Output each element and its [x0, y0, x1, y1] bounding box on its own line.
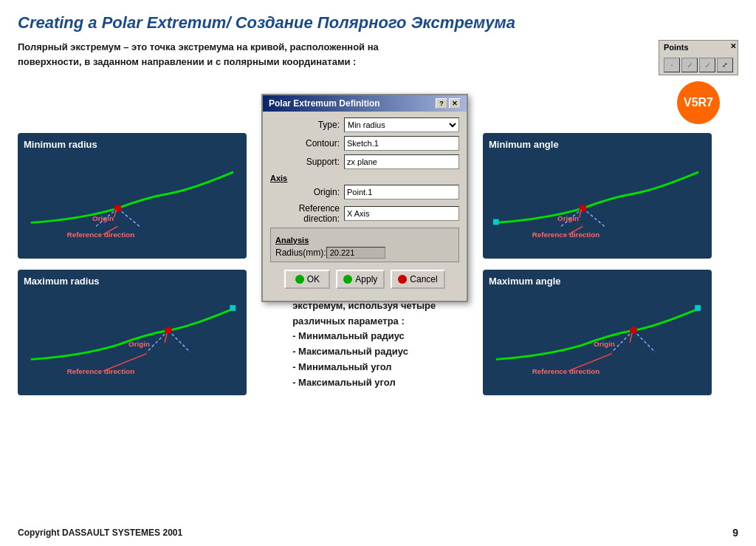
refdir-row: Reference direction: — [270, 203, 459, 224]
support-row: Support: — [270, 154, 459, 169]
support-label: Support: — [270, 157, 344, 167]
cancel-icon — [398, 275, 407, 284]
copyright: Copyright DASSAULT SYSTEMES 2001 — [18, 528, 182, 538]
dialog-close-button[interactable]: ✕ — [449, 98, 461, 109]
svg-point-25 — [630, 327, 637, 334]
dialog-titlebar: Polar Extremum Definition ? ✕ — [263, 95, 467, 112]
svg-text:Origin: Origin — [92, 214, 114, 222]
max-angle-canvas: Origin Reference direction — [489, 290, 706, 386]
svg-text:Reference direction: Reference direction — [67, 367, 134, 375]
max-angle-svg: Origin Reference direction — [489, 290, 706, 386]
max-radius-canvas: Origin Reference direction — [24, 290, 241, 386]
svg-text:Reference direction: Reference direction — [67, 231, 134, 239]
points-icon-2[interactable]: ⟋ — [681, 58, 698, 72]
radius-value: 20.221 — [326, 247, 385, 259]
support-input[interactable] — [344, 154, 459, 169]
points-panel-title: Points — [664, 43, 689, 52]
points-panel-icons: · ⟋ ⟋ ⤢ — [664, 58, 733, 72]
min-radius-diagram: Minimum radius Origin Reference directio… — [18, 133, 247, 259]
svg-line-4 — [114, 210, 117, 218]
max-radius-svg: Origin Reference direction — [24, 290, 241, 386]
radius-label: Radius(mm): — [275, 248, 326, 258]
svg-point-17 — [165, 327, 172, 334]
apply-icon — [343, 275, 352, 284]
page-number: 9 — [732, 527, 738, 539]
min-angle-label: Minimum angle — [489, 139, 706, 150]
dialog-buttons: OK Apply Cancel — [270, 267, 459, 295]
svg-rect-18 — [230, 305, 236, 311]
ok-label: OK — [307, 274, 320, 284]
contour-label: Contour: — [270, 138, 344, 149]
dialog-title: Polar Extremum Definition — [269, 98, 380, 109]
apply-button[interactable]: Apply — [336, 270, 385, 289]
points-icon-3[interactable]: ⟋ — [699, 58, 715, 72]
page: Creating a Polar Extremum/ Создание Поля… — [0, 0, 756, 546]
min-radius-svg: Origin Reference direction — [24, 153, 241, 249]
svg-point-2 — [114, 205, 122, 212]
axis-section-label: Axis — [270, 174, 459, 182]
max-radius-diagram: Maximum radius Origin Reference directio… — [18, 270, 247, 395]
type-label: Type: — [270, 120, 344, 130]
ok-button[interactable]: OK — [284, 270, 330, 289]
svg-text:Origin: Origin — [594, 340, 615, 348]
page-title: Creating a Polar Extremum/ Создание Поля… — [18, 13, 738, 33]
max-angle-label: Maximum angle — [489, 276, 706, 287]
apply-label: Apply — [355, 274, 377, 284]
cancel-button[interactable]: Cancel — [391, 270, 444, 289]
svg-line-1 — [117, 208, 139, 227]
type-row: Type: Min radius — [270, 117, 459, 132]
min-angle-canvas: Origin Reference direction — [489, 153, 706, 249]
analysis-section: Analysis Radius(mm): 20.221 — [270, 228, 459, 262]
svg-line-24 — [633, 330, 655, 352]
polar-extremum-dialog: Polar Extremum Definition ? ✕ Type: Min … — [261, 94, 468, 302]
svg-text:Reference direction: Reference direction — [532, 367, 599, 375]
origin-label: Origin: — [270, 187, 344, 197]
svg-text:Origin: Origin — [557, 214, 579, 222]
svg-text:Reference direction: Reference direction — [532, 231, 599, 239]
contour-row: Contour: — [270, 136, 459, 151]
type-select[interactable]: Min radius — [344, 117, 459, 132]
dialog-help-button[interactable]: ? — [436, 98, 447, 109]
svg-point-9 — [580, 205, 587, 212]
svg-rect-26 — [695, 305, 701, 311]
top-right: Points ✕ · ⟋ ⟋ ⤢ V5R7 — [659, 40, 738, 124]
content-grid: Minimum radius Origin Reference directio… — [18, 133, 738, 410]
svg-rect-10 — [493, 219, 499, 225]
footer: Copyright DASSAULT SYSTEMES 2001 9 — [18, 527, 738, 539]
points-panel-close[interactable]: ✕ — [730, 42, 736, 50]
origin-input[interactable] — [344, 185, 459, 199]
cancel-label: Cancel — [410, 274, 437, 284]
radius-row: Radius(mm): 20.221 — [275, 247, 454, 259]
svg-line-16 — [168, 330, 190, 352]
dialog-titlebar-buttons: ? ✕ — [436, 98, 461, 109]
ok-icon — [295, 275, 304, 284]
origin-row: Origin: — [270, 185, 459, 199]
svg-text:Origin: Origin — [128, 340, 150, 348]
dialog-body: Type: Min radius Contour: Support: Axis … — [263, 112, 467, 301]
intro-text: Полярный экстремум – это точка экстремум… — [18, 40, 402, 69]
contour-input[interactable] — [344, 136, 459, 151]
svg-line-20 — [165, 333, 167, 343]
min-radius-canvas: Origin Reference direction — [24, 153, 241, 249]
version-badge: V5R7 — [677, 81, 720, 124]
points-icon-4[interactable]: ⤢ — [717, 58, 733, 72]
min-angle-svg: Origin Reference direction — [489, 153, 706, 249]
points-panel: Points ✕ · ⟋ ⟋ ⤢ — [659, 40, 738, 75]
points-icon-1[interactable]: · — [664, 58, 680, 72]
svg-line-12 — [580, 210, 582, 218]
min-radius-label: Minimum radius — [24, 139, 241, 150]
max-radius-label: Maximum radius — [24, 276, 241, 287]
dialog-container: Polar Extremum Definition ? ✕ Type: Min … — [254, 133, 475, 262]
max-angle-diagram: Maximum angle Origin Reference direction — [483, 270, 712, 395]
analysis-section-label: Analysis — [275, 236, 454, 245]
svg-line-28 — [630, 333, 632, 343]
refdir-input[interactable] — [344, 206, 459, 221]
refdir-label: Reference direction: — [270, 203, 344, 224]
svg-line-8 — [583, 208, 604, 227]
min-angle-diagram: Minimum angle Origin Reference direction — [483, 133, 712, 259]
